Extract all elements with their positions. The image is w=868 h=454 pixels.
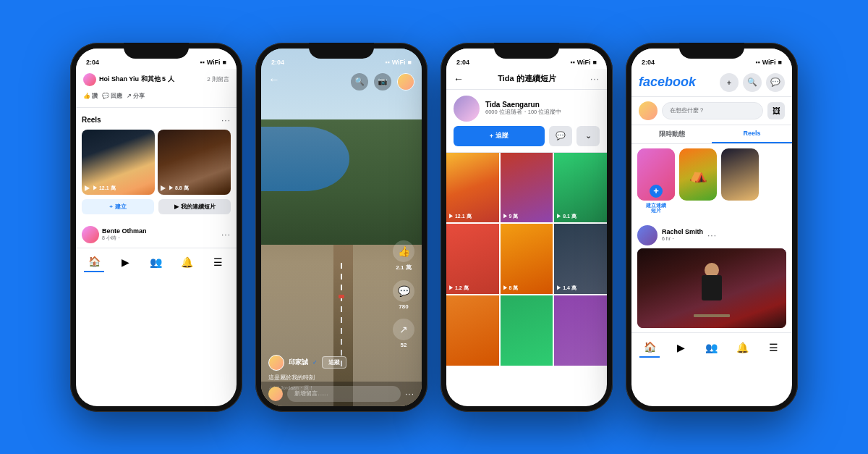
reels-header: Reels ··· (82, 115, 231, 125)
photo-icon-btn[interactable]: 🖼 (767, 102, 785, 119)
reel-username: 邱家誠 (289, 358, 308, 367)
video-cell-6[interactable]: ▶ 1.4 萬 (554, 224, 607, 294)
post-card-more[interactable]: ··· (221, 230, 231, 240)
reels-more-btn[interactable]: ··· (221, 115, 231, 125)
nav-video-1[interactable]: ▶ (115, 252, 135, 272)
video-cell-3[interactable]: ▶ 8.1 萬 (554, 153, 607, 223)
video-count-4: ▶ 1.2 萬 (448, 285, 469, 292)
user-avatar-reels[interactable] (397, 73, 414, 91)
nav-people-1[interactable]: 👥 (146, 252, 166, 272)
messenger-icon-btn[interactable]: 💬 (766, 73, 785, 92)
feed-post-time: 6 hr・ (662, 235, 703, 243)
phone-2-reels: 2:04 ▪▪ WiFi ■ (255, 43, 427, 412)
video-cell-4[interactable]: ▶ 1.2 萬 (446, 224, 499, 294)
reel-thumb-1[interactable]: ▶ 12.1 萬 (82, 130, 155, 195)
post-card-name: Bente Othman (102, 227, 147, 235)
create-reel-btn[interactable]: + 建立 (82, 199, 154, 214)
video-cell-7[interactable] (446, 295, 499, 366)
follow-btn-reel[interactable]: 追蹤 (322, 356, 346, 369)
nav-home-1[interactable]: 🏠 (84, 252, 104, 272)
avatar-post-1 (83, 73, 96, 86)
time-1: 2:04 (86, 59, 99, 66)
search-icon-btn[interactable]: 🔍 (743, 73, 762, 92)
tab-stories[interactable]: 限時動態 (631, 125, 712, 143)
outdoor-story-card[interactable]: ⛺ (679, 148, 717, 214)
feed-post-more[interactable]: ··· (707, 230, 717, 240)
video-cell-9[interactable] (554, 295, 607, 366)
feed-post-image (637, 248, 786, 328)
nav-bell-4[interactable]: 🔔 (733, 337, 753, 358)
create-reels-label: 建立連續短片 (646, 203, 666, 214)
create-reels-card[interactable]: + 建立連續短片 (637, 148, 675, 214)
notch-2 (309, 43, 374, 59)
screen-4: facebook + 🔍 💬 在想些什麼？ 🖼 限時動態 Reels (631, 69, 792, 333)
bottom-nav-4: 🏠 ▶ 👥 🔔 ☰ (631, 332, 792, 361)
notch-4 (679, 43, 744, 59)
story-thumb-3 (721, 148, 759, 201)
creator-header: ← Tida 的連續短片 ··· (446, 69, 607, 90)
add-icon-btn[interactable]: + (720, 73, 739, 92)
tab-reels[interactable]: Reels (712, 125, 792, 143)
camera-icon-reels[interactable]: 📷 (374, 73, 391, 91)
phone-3-creator: 2:04 ▪▪ WiFi ■ ← Tida 的連續短片 ··· Tida Sae… (441, 43, 613, 412)
comment-input[interactable]: 新增留言…… (287, 386, 401, 402)
action-row: 👍讚 💬回應 ↗分享 (83, 89, 229, 103)
more-btn-creator[interactable]: ⌄ (576, 126, 600, 146)
like-btn[interactable]: 👍讚 (83, 92, 98, 100)
reels-label: Reels (82, 116, 101, 124)
video-cell-8[interactable] (501, 295, 553, 366)
comment-btn[interactable]: 💬回應 (102, 92, 122, 100)
nav-menu-4[interactable]: ☰ (764, 337, 784, 358)
reel-thumb-2[interactable]: ▶ 8.8 萬 (158, 130, 231, 195)
back-btn-reels[interactable]: ← (268, 73, 280, 86)
create-reels-thumb: + (637, 148, 675, 201)
nav-menu-1[interactable]: ☰ (208, 252, 229, 272)
chopsticks (694, 314, 730, 317)
creator-avatar (454, 96, 480, 122)
video-count-3: ▶ 8.1 萬 (556, 213, 576, 220)
phone-1-feed: 2:04 ▪▪ WiFi ■ Hoi Shan Yiu 和其他 5 人 2 則留… (70, 43, 242, 412)
create-plus-icon: + (650, 185, 663, 198)
nav-video-4[interactable]: ▶ (671, 337, 691, 358)
follow-btn-creator[interactable]: + 追蹤 (454, 126, 545, 146)
time-3: 2:04 (456, 59, 469, 66)
top-right-icons: 🔍 📷 (351, 73, 414, 91)
video-cell-1[interactable]: ▶ 12.1 萬 (446, 153, 499, 223)
facebook-wordmark: facebook (639, 75, 696, 90)
video-cell-5[interactable]: ▶ 8 萬 (501, 224, 553, 294)
video-cell-2[interactable]: ▶ 9 萬 (501, 153, 553, 223)
message-btn-creator[interactable]: 💬 (549, 126, 572, 146)
reel-count-1: ▶ 12.1 萬 (85, 185, 116, 192)
back-btn-creator[interactable]: ← (454, 73, 464, 85)
composer-avatar (639, 101, 658, 120)
creator-more-btn[interactable]: ··· (590, 74, 600, 84)
nav-people-4[interactable]: 👥 (702, 337, 722, 358)
search-icon-reels[interactable]: 🔍 (351, 73, 368, 91)
nav-bell-1[interactable]: 🔔 (177, 252, 197, 272)
feed-post-header: Rachel Smith 6 hr・ ··· (637, 225, 786, 245)
commenter-avatar (268, 387, 283, 401)
share-btn[interactable]: ↗分享 (127, 92, 145, 100)
time-4: 2:04 (642, 59, 655, 66)
nav-home-4[interactable]: 🏠 (639, 337, 660, 358)
post-card-time: 8 小時・ (102, 235, 147, 242)
reel-caption: 這是屬於我的時刻 (268, 374, 414, 382)
reels-grid: ▶ 12.1 萬 ▶ 8.8 萬 (82, 130, 231, 195)
reel-user-avatar (268, 355, 284, 371)
creator-page-title: Tida 的連續短片 (498, 73, 556, 84)
post-header-1: Hoi Shan Yiu 和其他 5 人 2 則留言 👍讚 💬回應 ↗分享 (76, 69, 237, 108)
story-card-3[interactable] (721, 148, 759, 214)
video-grid: ▶ 12.1 萬 ▶ 9 萬 ▶ 8.1 萬 ▶ 1.2 萬 ▶ 8 萬 ▶ 1… (446, 153, 607, 366)
reels-overlay: 邱家誠 ✓ 追蹤 這是屬於我的時刻 ♫ tai Jordaan・原！ (261, 49, 422, 406)
header-icons: + 🔍 💬 (720, 73, 785, 92)
feed-post-name: Rachel Smith (662, 228, 703, 235)
post-card-user: Bente Othman 8 小時・ (82, 226, 147, 243)
video-count-6: ▶ 1.4 萬 (556, 285, 576, 292)
my-reels-btn[interactable]: ▶ 我的連續短片 (158, 199, 231, 214)
composer-input[interactable]: 在想些什麼？ (662, 102, 763, 119)
phone-4-home-reels: 2:04 ▪▪ WiFi ■ facebook + 🔍 💬 在想些什麼？ (626, 43, 798, 412)
reels-fullscreen[interactable]: ← 🔍 📷 👍 2.1 萬 💬 780 (261, 49, 422, 406)
time-2: 2:04 (271, 59, 284, 66)
reel-more-btn[interactable]: ··· (405, 389, 414, 399)
outdoor-thumb: ⛺ (679, 148, 717, 201)
